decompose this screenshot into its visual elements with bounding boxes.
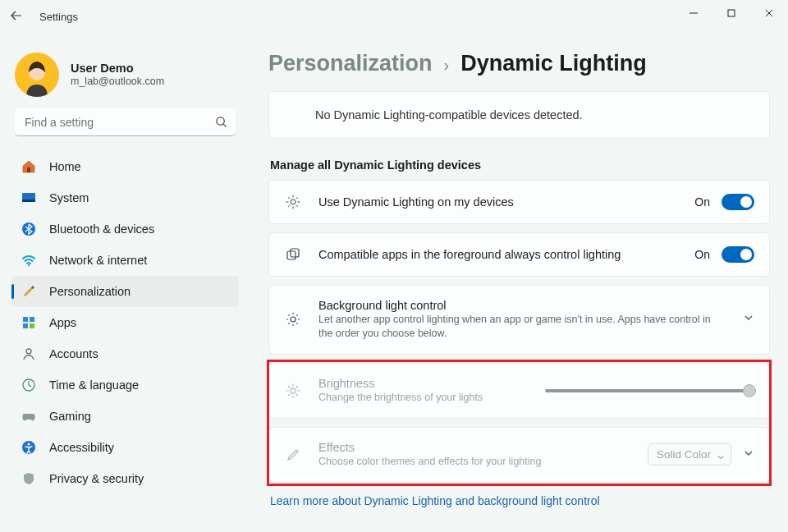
close-button[interactable] — [750, 0, 788, 26]
home-icon — [21, 159, 36, 174]
accessibility-icon — [21, 440, 36, 455]
row-subtitle: Choose color themes and effects for your… — [318, 455, 631, 469]
row-title: Background light control — [318, 299, 726, 312]
breadcrumb-current: Dynamic Lighting — [460, 51, 647, 76]
chevron-down-icon — [743, 447, 754, 461]
svg-rect-5 — [22, 200, 35, 202]
svg-rect-8 — [23, 317, 28, 322]
toggle-switch[interactable] — [722, 194, 754, 210]
lighting-icon — [284, 194, 302, 210]
svg-rect-3 — [27, 167, 30, 172]
account-email: m_lab@outlook.com — [71, 76, 164, 89]
system-icon — [21, 190, 36, 205]
gear-icon — [284, 311, 302, 328]
nav-label: Time & language — [49, 378, 139, 392]
nav-label: Personalization — [49, 285, 131, 298]
back-button[interactable] — [10, 9, 23, 25]
nav-apps[interactable]: Apps — [11, 307, 239, 338]
chevron-down-icon — [743, 312, 754, 327]
breadcrumb-parent[interactable]: Personalization — [268, 51, 433, 76]
nav-personalization[interactable]: Personalization — [11, 276, 239, 307]
svg-point-20 — [291, 388, 296, 392]
account-block[interactable]: User Demo m_lab@outlook.com — [15, 53, 236, 97]
maximize-button[interactable] — [712, 0, 750, 26]
nav-list: Home System Bluetooth & devices Network … — [11, 151, 239, 494]
row-title: Compatible apps in the foreground always… — [318, 248, 678, 261]
nav-time[interactable]: Time & language — [11, 369, 239, 401]
avatar — [15, 53, 59, 97]
svg-point-12 — [26, 349, 31, 354]
row-brightness: Brightness Change the brightness of your… — [268, 363, 770, 419]
row-effects[interactable]: Effects Choose color themes and effects … — [268, 427, 770, 483]
nav-privacy[interactable]: Privacy & security — [11, 463, 239, 494]
paintbrush-icon — [21, 284, 36, 299]
nav-label: Home — [49, 160, 81, 173]
sidebar: User Demo m_lab@outlook.com Home System … — [0, 33, 250, 532]
row-background-light-control[interactable]: Background light control Let another app… — [268, 285, 770, 355]
row-subtitle: Change the brightness of your lights — [318, 391, 529, 405]
window-title: Settings — [39, 11, 78, 23]
clock-globe-icon — [21, 378, 36, 392]
toggle-state: On — [694, 248, 710, 261]
nav-label: Accounts — [49, 347, 98, 360]
notice-text: No Dynamic Lighting-compatible devices d… — [269, 92, 769, 138]
nav-label: System — [49, 191, 89, 204]
row-title: Brightness — [318, 377, 529, 390]
search-icon — [215, 116, 227, 131]
svg-point-15 — [28, 443, 30, 446]
svg-rect-17 — [287, 251, 296, 259]
brightness-slider[interactable] — [545, 389, 755, 392]
window-controls — [675, 0, 788, 33]
nav-accounts[interactable]: Accounts — [11, 338, 239, 369]
nav-system[interactable]: System — [11, 182, 239, 213]
person-icon — [21, 346, 36, 361]
row-title: Use Dynamic Lighting on my devices — [318, 195, 678, 209]
nav-label: Apps — [49, 316, 76, 329]
nav-gaming[interactable]: Gaming — [11, 401, 239, 432]
nav-accessibility[interactable]: Accessibility — [11, 432, 239, 463]
row-compatible-apps[interactable]: Compatible apps in the foreground always… — [268, 232, 770, 277]
nav-label: Bluetooth & devices — [49, 222, 154, 236]
svg-rect-10 — [23, 323, 28, 328]
chevron-right-icon: › — [444, 56, 450, 75]
nav-home[interactable]: Home — [11, 151, 239, 182]
svg-rect-11 — [30, 323, 34, 328]
search-input[interactable] — [15, 108, 236, 136]
group-title: Manage all Dynamic Lighting devices — [270, 158, 768, 172]
chevron-down-icon — [717, 452, 725, 464]
titlebar: Settings — [0, 0, 788, 33]
svg-rect-0 — [728, 10, 735, 16]
nav-label: Privacy & security — [49, 472, 144, 485]
select-value: Solid Color — [657, 448, 711, 461]
svg-point-2 — [217, 117, 224, 125]
learn-more-link[interactable]: Learn more about Dynamic Lighting and ba… — [270, 494, 768, 507]
nav-bluetooth[interactable]: Bluetooth & devices — [11, 213, 239, 245]
svg-rect-18 — [291, 249, 299, 257]
row-subtitle: Let another app control lighting when an… — [318, 313, 726, 341]
account-name: User Demo — [71, 61, 164, 76]
svg-rect-9 — [30, 317, 34, 322]
toggle-state: On — [694, 195, 710, 209]
pencil-icon — [284, 447, 302, 462]
shield-icon — [21, 471, 36, 486]
breadcrumb: Personalization › Dynamic Lighting — [268, 51, 770, 76]
row-title: Effects — [318, 441, 631, 454]
svg-point-19 — [291, 317, 296, 322]
layers-icon — [284, 247, 302, 262]
main-content: Personalization › Dynamic Lighting No Dy… — [250, 33, 788, 532]
toggle-switch[interactable] — [722, 246, 754, 263]
bluetooth-icon — [21, 222, 36, 236]
brightness-icon — [284, 383, 302, 399]
slider-thumb[interactable] — [743, 384, 756, 397]
notice-card: No Dynamic Lighting-compatible devices d… — [268, 91, 770, 139]
gamepad-icon — [21, 409, 36, 424]
effects-select[interactable]: Solid Color — [648, 443, 731, 466]
minimize-button[interactable] — [675, 0, 712, 26]
nav-label: Gaming — [49, 410, 91, 423]
nav-label: Network & internet — [49, 254, 147, 267]
nav-label: Accessibility — [49, 441, 114, 454]
nav-network[interactable]: Network & internet — [11, 245, 239, 276]
svg-point-16 — [291, 200, 296, 204]
row-use-dynamic-lighting[interactable]: Use Dynamic Lighting on my devices On — [268, 180, 770, 224]
search-box — [15, 108, 236, 136]
